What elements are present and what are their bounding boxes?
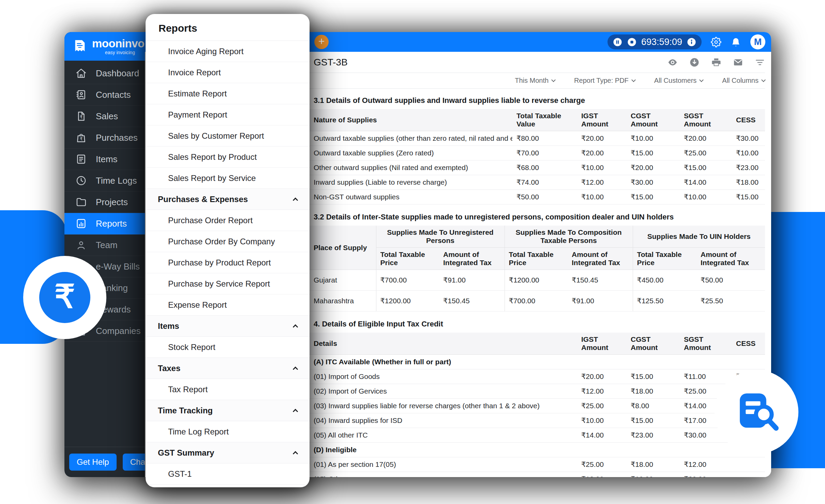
table-row: (01) Import of Goods₹20.00₹15.00₹11.00₹2… (310, 369, 765, 384)
gear-icon[interactable] (711, 37, 721, 47)
menu-item-sales-report-by-product[interactable]: Sales Report by Product (146, 147, 310, 168)
menu-item-sales-by-customer-report[interactable]: Sales by Customer Report (146, 125, 310, 147)
time-logs-icon (75, 175, 87, 186)
menu-item-invoice-aging-report[interactable]: Invoice Aging Report (146, 41, 310, 62)
mail-icon[interactable] (733, 57, 743, 67)
table-row: Non-GST outward supplies₹50.00₹10.00₹15.… (310, 190, 765, 204)
menu-item-tax-report[interactable]: Tax Report (146, 379, 310, 400)
table-row: Gujarat₹700.00₹91.00₹1200.00₹150.45₹450.… (310, 270, 765, 291)
filter-this-month[interactable]: This Month (515, 77, 555, 85)
menu-item-purchase-order-report[interactable]: Purchase Order Report (146, 210, 310, 231)
row-label: (05) Others (310, 472, 577, 477)
menu-item-invoice-report[interactable]: Invoice Report (146, 62, 310, 83)
amount-cell (680, 443, 732, 457)
filter-report-type-pdf[interactable]: Report Type: PDF (574, 77, 635, 85)
reports-menu: Reports Invoice Aging ReportInvoice Repo… (146, 14, 310, 487)
filter-all-customers[interactable]: All Customers (654, 77, 703, 85)
amount-cell: ₹91.00 (568, 291, 633, 311)
sidebar-item-items[interactable]: Items (64, 149, 145, 170)
amount-cell: ₹10.00 (627, 131, 680, 146)
amount-cell: ₹15.00 (627, 190, 680, 204)
sidebar-item-projects[interactable]: Projects (64, 192, 145, 213)
stop-icon[interactable] (627, 37, 637, 47)
section-3-1-title: 3.1 Details of Outward supplies and Inwa… (310, 96, 765, 105)
chevron-up-icon (293, 367, 298, 372)
amount-cell: ₹14.00 (577, 428, 627, 443)
amount-cell: ₹8.00 (627, 399, 680, 413)
column-header: Nature of Supplies (310, 109, 512, 131)
pause-icon[interactable] (613, 37, 622, 47)
sidebar-item-label: Contacts (96, 90, 131, 100)
rupee-icon: ₹ (39, 272, 90, 323)
reports-menu-title: Reports (146, 14, 310, 41)
document-search-badge (715, 370, 798, 454)
download-icon[interactable] (689, 57, 700, 67)
amount-cell: ₹10.00 (627, 472, 680, 477)
avatar[interactable]: M (750, 34, 765, 49)
amount-cell: ₹50.00 (512, 190, 577, 204)
table-row: (05) All other ITC₹14.00₹23.00₹30.00 (310, 428, 765, 443)
amount-cell: ₹700.00 (376, 270, 439, 291)
sidebar-item-dashboard[interactable]: Dashboard (64, 63, 145, 84)
amount-cell: ₹700.00 (505, 291, 568, 311)
column-header: SGST Amount (680, 109, 732, 131)
filter-row: This MonthReport Type: PDFAll CustomersA… (310, 73, 765, 89)
add-button[interactable]: + (314, 35, 329, 49)
amount-cell: ₹23.00 (627, 428, 680, 443)
amount-cell (680, 355, 732, 369)
table-row: Maharashtra₹1200.00₹150.45₹700.00₹91.00₹… (310, 291, 765, 311)
amount-cell: ₹10.00 (680, 190, 732, 204)
filter-all-columns[interactable]: All Columns (722, 77, 765, 85)
amount-cell: ₹15.00 (627, 146, 680, 161)
menu-item-purchase-by-service-report[interactable]: Purchase by Service Report (146, 273, 310, 294)
menu-section-gst-summary[interactable]: GST Summary (146, 442, 310, 463)
menu-item-payment-report[interactable]: Payment Report (146, 104, 310, 125)
menu-item-stock-report[interactable]: Stock Report (146, 337, 310, 358)
menu-item-gst-1[interactable]: GST-1 (146, 463, 310, 485)
get-help-button[interactable]: Get Help (69, 454, 117, 471)
amount-cell: ₹150.45 (568, 270, 633, 291)
amount-cell: ₹18.00 (627, 457, 680, 472)
page-title: GST-3B (314, 57, 348, 68)
sidebar-item-time-logs[interactable]: Time Logs (64, 170, 145, 192)
column-header: CESS (732, 333, 765, 355)
amount-cell: ₹20.00 (627, 161, 680, 175)
amount-cell: ₹10.00 (577, 161, 627, 175)
info-icon[interactable] (687, 37, 696, 47)
menu-section-purchases-expenses[interactable]: Purchases & Expenses (146, 189, 310, 210)
print-icon[interactable] (711, 57, 721, 67)
column-header: IGST Amount (577, 333, 627, 355)
chevron-down-icon (631, 78, 636, 82)
menu-item-sales-report-by-service[interactable]: Sales Report by Service (146, 168, 310, 189)
amount-cell: ₹23.00 (732, 161, 765, 175)
amount-cell (577, 355, 627, 369)
amount-cell (627, 355, 680, 369)
row-label: Outward taxable supplies (other than zer… (310, 131, 512, 146)
column-header: IGST Amount (577, 109, 627, 131)
sidebar-item-purchases[interactable]: ₹Purchases (64, 127, 145, 149)
sidebar-item-team[interactable]: Team (64, 234, 145, 256)
menu-section-items[interactable]: Items (146, 316, 310, 337)
amount-cell: ₹25.00 (577, 399, 627, 413)
menu-item-expense-report[interactable]: Expense Report (146, 294, 310, 316)
menu-section-taxes[interactable]: Taxes (146, 358, 310, 379)
bell-icon[interactable] (731, 37, 741, 47)
sidebar-item-reports[interactable]: Reports (64, 213, 145, 234)
sidebar-item-contacts[interactable]: Contacts (64, 84, 145, 106)
column-group-header: Supplies Made To Composition Taxable Per… (505, 226, 633, 248)
menu-item-purchase-order-by-company[interactable]: Purchase Order By Company (146, 231, 310, 252)
amount-cell: ₹25.00 (680, 146, 732, 161)
logo-text: mooninvoice easy invoicing (92, 38, 145, 55)
preview-eye-icon[interactable] (668, 57, 678, 67)
menu-item-purchase-by-product-report[interactable]: Purchase by Product Report (146, 252, 310, 273)
menu-item-estimate-report[interactable]: Estimate Report (146, 83, 310, 104)
amount-cell: ₹20.00 (577, 131, 627, 146)
amount-cell: ₹10.00 (577, 413, 627, 428)
sidebar-item-label: Companies (96, 326, 141, 336)
filter-icon[interactable] (755, 57, 765, 67)
sidebar-item-sales[interactable]: ₹Sales (64, 106, 145, 127)
chat-button[interactable]: Chat w (123, 454, 145, 471)
menu-item-time-log-report[interactable]: Time Log Report (146, 421, 310, 442)
menu-section-time-tracking[interactable]: Time Tracking (146, 400, 310, 421)
column-header: Total Taxable Value (512, 109, 577, 131)
